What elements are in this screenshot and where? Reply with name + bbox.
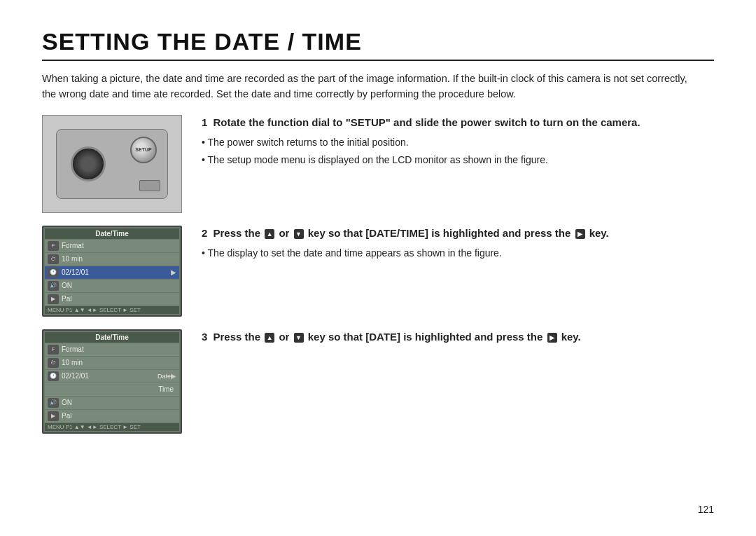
- timer-icon-2: ⏱: [48, 358, 59, 368]
- step-3-or: or: [279, 331, 292, 343]
- down-arrow-key: ▼: [294, 229, 304, 239]
- step-2-heading: 2 Press the ▲ or ▼ key so that [DATE/TIM…: [202, 226, 714, 242]
- step-3-content: 3 Press the ▲ or ▼ key so that [DATE] is…: [202, 329, 714, 350]
- lcd-1-row-format: F Format: [45, 240, 179, 252]
- step-2-content: 2 Press the ▲ or ▼ key so that [DATE/TIM…: [202, 226, 714, 263]
- step-2-head-mid: key so that [DATE/TIME] is highlighted a…: [308, 227, 574, 239]
- camera-dial-icon: SETUP: [130, 137, 157, 163]
- step-2-head-pre: Press the: [214, 227, 261, 239]
- lcd-2-sub-date: Date: [158, 373, 171, 380]
- lcd-2-footer-text: MENU P1 ▲▼ ◄► SELECT ► SET: [48, 424, 141, 430]
- camera-illustration: SETUP: [42, 115, 182, 213]
- clock-icon: 🕐: [48, 268, 59, 277]
- step-1-image: SETUP: [42, 115, 182, 213]
- step-2-image: Date/Time F Format ⏱ 10 min 🕐 02/12/01 ▶…: [42, 226, 182, 317]
- step-1-content: 1 Rotate the function dial to "SETUP" an…: [202, 115, 714, 169]
- lcd-2-row-on: 🔊 ON: [45, 397, 179, 409]
- lcd-2-label-pal: Pal: [62, 412, 176, 420]
- step-1-bullet-2: The setup mode menu is displayed on the …: [202, 152, 714, 167]
- up-arrow-key: ▲: [265, 229, 274, 239]
- page-number: 121: [698, 504, 714, 515]
- lcd-2-row-10min: ⏱ 10 min: [45, 357, 179, 369]
- lcd-1-row-date: 🕐 02/12/01 ▶: [45, 266, 179, 279]
- step-3-row: Date/Time F Format ⏱ 10 min 🕐 02/12/01 D…: [42, 329, 714, 434]
- steps-container: SETUP 1 Rotate the function dial to "SET…: [42, 115, 714, 434]
- step-1-number: 1: [202, 116, 207, 128]
- step-3-heading: 3 Press the ▲ or ▼ key so that [DATE] is…: [202, 329, 714, 345]
- format-icon-2: F: [48, 345, 59, 355]
- step-3-number: 3: [202, 331, 207, 343]
- lcd-2-label-on: ON: [62, 399, 176, 406]
- step-2-or: or: [279, 227, 292, 239]
- video-icon: ▶: [48, 294, 59, 304]
- lcd-1-label-on: ON: [62, 282, 176, 289]
- lcd-2-label-format: Format: [62, 345, 176, 353]
- sound-icon-2: 🔊: [48, 398, 59, 408]
- lcd-2-row-time-sub: Time: [45, 383, 179, 396]
- page-title: SETTING THE DATE / TIME: [42, 28, 714, 55]
- lcd-1-label-format: Format: [62, 242, 176, 249]
- step-1-bullet-1: The power switch returns to the initial …: [202, 135, 714, 150]
- lcd-2-row-date: 🕐 02/12/01 Date ▶: [45, 370, 179, 383]
- lcd-1-arrow: ▶: [171, 268, 176, 276]
- right-arrow-key: ▶: [575, 229, 585, 239]
- intro-paragraph: When taking a picture, the date and time…: [42, 71, 700, 102]
- format-icon: F: [48, 241, 59, 251]
- clock-icon-2: 🕐: [48, 371, 59, 381]
- lcd-1-label-pal: Pal: [62, 295, 176, 303]
- step-2-number: 2: [202, 227, 207, 239]
- sound-icon: 🔊: [48, 281, 59, 291]
- lcd-menu-1: Date/Time F Format ⏱ 10 min 🕐 02/12/01 ▶…: [42, 226, 182, 317]
- timer-icon: ⏱: [48, 254, 59, 264]
- lcd-2-label-10min: 10 min: [62, 359, 176, 366]
- lcd-2-footer: MENU P1 ▲▼ ◄► SELECT ► SET: [45, 423, 179, 431]
- step-2-bullet-1: The display to set the date and time app…: [202, 245, 714, 261]
- lcd-1-footer-text: MENU P1 ▲▼ ◄► SELECT ► SET: [48, 307, 141, 313]
- video-icon-2: ▶: [48, 411, 59, 421]
- step-3-head-pre: Press the: [214, 331, 261, 343]
- lcd-1-label-10min: 10 min: [62, 255, 176, 263]
- step-3-image: Date/Time F Format ⏱ 10 min 🕐 02/12/01 D…: [42, 329, 182, 434]
- lcd-2-sub-time: Time: [158, 385, 174, 393]
- lcd-menu-2: Date/Time F Format ⏱ 10 min 🕐 02/12/01 D…: [42, 329, 182, 434]
- step-1-row: SETUP 1 Rotate the function dial to "SET…: [42, 115, 714, 213]
- lcd-1-footer: MENU P1 ▲▼ ◄► SELECT ► SET: [45, 306, 179, 314]
- lcd-1-label-date: 02/12/01: [62, 268, 171, 276]
- step-2-body: The display to set the date and time app…: [202, 245, 714, 261]
- lcd-2-header: Date/Time: [45, 332, 179, 343]
- camera-lens-icon: [71, 146, 106, 181]
- lcd-2-arrow: ▶: [171, 372, 176, 380]
- down-arrow-key-3: ▼: [294, 333, 304, 343]
- lcd-2-row-pal: ▶ Pal: [45, 410, 179, 422]
- step-3-head-post: key.: [561, 331, 581, 343]
- lcd-1-row-10min: ⏱ 10 min: [45, 253, 179, 266]
- lcd-2-row-format: F Format: [45, 343, 179, 356]
- lcd-1-row-pal: ▶ Pal: [45, 293, 179, 305]
- lcd-1-header: Date/Time: [45, 228, 179, 239]
- step-2-row: Date/Time F Format ⏱ 10 min 🕐 02/12/01 ▶…: [42, 226, 714, 317]
- up-arrow-key-3: ▲: [265, 333, 274, 343]
- step-2-head-post: key.: [589, 227, 609, 239]
- step-1-body: The power switch returns to the initial …: [202, 135, 714, 167]
- right-arrow-key-3: ▶: [547, 333, 557, 343]
- step-3-head-mid: key so that [DATE] is highlighted and pr…: [308, 331, 546, 343]
- lcd-1-row-on: 🔊 ON: [45, 280, 179, 292]
- title-divider: [42, 60, 714, 61]
- lcd-2-label-date: 02/12/01: [62, 372, 155, 380]
- step-1-heading: 1 Rotate the function dial to "SETUP" an…: [202, 115, 714, 131]
- camera-body: SETUP: [56, 129, 168, 199]
